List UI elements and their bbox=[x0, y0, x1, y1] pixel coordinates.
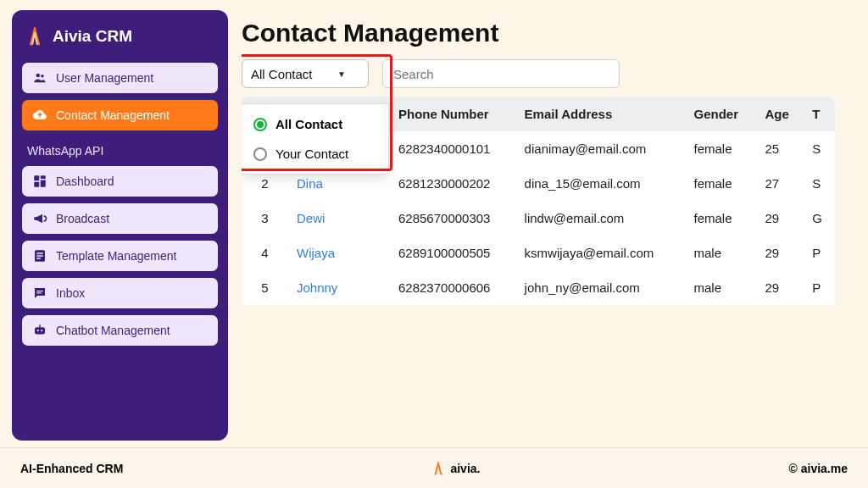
svg-rect-8 bbox=[36, 255, 43, 257]
filter-option-your-contact[interactable]: Your Contact bbox=[242, 139, 388, 169]
brand-title: Aivia CRM bbox=[53, 27, 132, 46]
contact-type: S bbox=[804, 131, 835, 166]
contact-filter-dropdown: All Contact Your Contact bbox=[242, 103, 389, 175]
col-phone: Phone Number bbox=[390, 97, 516, 131]
contact-type: S bbox=[804, 166, 835, 201]
svg-point-14 bbox=[41, 330, 42, 331]
sidebar-item-label: User Management bbox=[56, 71, 153, 85]
contact-type: G bbox=[804, 201, 835, 236]
page-title: Contact Management bbox=[242, 19, 856, 47]
footer-right: © aivia.me bbox=[789, 462, 848, 475]
sidebar-item-label: Template Management bbox=[56, 249, 176, 263]
sidebar-item-label: Chatbot Management bbox=[56, 324, 170, 337]
contact-type: P bbox=[804, 270, 835, 305]
col-gender: Gender bbox=[686, 97, 757, 131]
svg-rect-11 bbox=[36, 292, 41, 293]
contact-age: 29 bbox=[756, 201, 804, 236]
sidebar-item-contact-management[interactable]: Contact Management bbox=[22, 100, 218, 130]
contact-email: ksmwijaya@email.com bbox=[516, 236, 686, 270]
row-index: 3 bbox=[242, 201, 288, 236]
footer-center: aivia. bbox=[431, 462, 480, 475]
contact-phone: 6282370000606 bbox=[390, 270, 516, 305]
svg-rect-15 bbox=[39, 324, 41, 327]
dashboard-icon bbox=[32, 174, 47, 189]
contact-email: dianimay@email.com bbox=[516, 131, 686, 166]
bot-icon bbox=[32, 323, 47, 338]
col-type: T bbox=[804, 97, 835, 131]
contact-email: lindw@email.com bbox=[516, 201, 686, 236]
svg-point-13 bbox=[37, 330, 39, 331]
sidebar-item-template-management[interactable]: Template Management bbox=[22, 241, 218, 271]
contact-phone: 6289100000505 bbox=[390, 236, 516, 270]
main-content: Contact Management All Contact ▼ All Con… bbox=[242, 10, 856, 441]
contact-gender: female bbox=[686, 131, 757, 166]
svg-rect-2 bbox=[34, 175, 39, 180]
footer-logo-icon bbox=[431, 462, 445, 475]
svg-rect-9 bbox=[36, 258, 41, 259]
contact-gender: male bbox=[686, 236, 757, 270]
contact-email: dina_15@email.com bbox=[516, 166, 686, 201]
row-index: 4 bbox=[242, 236, 288, 270]
contact-phone: 6282340000101 bbox=[390, 131, 516, 166]
contact-phone: 6285670000303 bbox=[390, 201, 516, 236]
template-icon bbox=[32, 248, 47, 263]
svg-rect-7 bbox=[36, 252, 43, 254]
contact-age: 29 bbox=[756, 236, 804, 270]
contact-name-link[interactable]: Wijaya bbox=[288, 236, 390, 270]
brand: Aivia CRM bbox=[22, 22, 218, 63]
svg-rect-10 bbox=[36, 291, 43, 291]
filter-option-label: Your Contact bbox=[275, 147, 348, 161]
table-row: 5Johnny6282370000606john_ny@email.commal… bbox=[242, 270, 835, 305]
sidebar-item-broadcast[interactable]: Broadcast bbox=[22, 203, 218, 234]
contact-gender: male bbox=[686, 270, 757, 305]
filter-option-label: All Contact bbox=[275, 117, 342, 131]
sidebar-item-dashboard[interactable]: Dashboard bbox=[22, 166, 218, 197]
svg-point-1 bbox=[41, 75, 44, 78]
sidebar-section-label: WhatsApp API bbox=[22, 137, 218, 166]
contact-name-link[interactable]: Dewi bbox=[288, 201, 390, 236]
contact-age: 29 bbox=[756, 270, 804, 305]
contact-email: john_ny@email.com bbox=[516, 270, 686, 305]
contact-type: P bbox=[804, 236, 835, 270]
col-age: Age bbox=[756, 97, 804, 131]
col-email: Email Address bbox=[516, 97, 686, 131]
svg-rect-4 bbox=[41, 180, 46, 187]
contact-gender: female bbox=[686, 201, 757, 236]
radio-icon bbox=[253, 147, 267, 161]
brand-logo-icon bbox=[25, 27, 44, 46]
contact-filter-select[interactable]: All Contact ▼ bbox=[242, 59, 369, 88]
sidebar-item-chatbot-management[interactable]: Chatbot Management bbox=[22, 315, 218, 346]
sidebar: Aivia CRM User Management Contact Manage… bbox=[12, 10, 228, 441]
sidebar-item-label: Broadcast bbox=[56, 212, 109, 225]
row-index: 5 bbox=[242, 270, 288, 305]
sidebar-item-user-management[interactable]: User Management bbox=[22, 63, 218, 93]
table-row: 4Wijaya6289100000505ksmwijaya@email.comm… bbox=[242, 236, 835, 270]
svg-rect-5 bbox=[34, 182, 39, 187]
sidebar-item-label: Contact Management bbox=[56, 108, 170, 122]
footer-center-label: aivia. bbox=[450, 462, 480, 475]
contact-age: 25 bbox=[756, 131, 804, 166]
footer: AI-Enhanced CRM aivia. © aivia.me bbox=[0, 447, 868, 488]
footer-left: AI-Enhanced CRM bbox=[20, 462, 123, 475]
users-icon bbox=[32, 70, 47, 86]
megaphone-icon bbox=[32, 211, 47, 226]
filter-option-all-contact[interactable]: All Contact bbox=[242, 109, 388, 139]
sidebar-item-inbox[interactable]: Inbox bbox=[22, 278, 218, 308]
table-row: 3Dewi6285670000303lindw@email.comfemale2… bbox=[242, 201, 835, 236]
contact-gender: female bbox=[686, 166, 757, 201]
sidebar-item-label: Inbox bbox=[56, 286, 85, 300]
svg-rect-12 bbox=[35, 327, 45, 334]
svg-rect-3 bbox=[41, 175, 46, 179]
filter-selected-label: All Contact bbox=[251, 67, 313, 81]
svg-point-0 bbox=[36, 74, 41, 78]
cloud-upload-icon bbox=[32, 108, 47, 123]
chat-icon bbox=[32, 286, 47, 301]
contact-phone: 6281230000202 bbox=[390, 166, 516, 201]
contact-age: 27 bbox=[756, 166, 804, 201]
sidebar-item-label: Dashboard bbox=[56, 175, 114, 188]
search-input[interactable] bbox=[382, 59, 620, 88]
contact-name-link[interactable]: Johnny bbox=[288, 270, 390, 305]
caret-down-icon: ▼ bbox=[337, 69, 346, 79]
radio-icon bbox=[253, 118, 267, 131]
